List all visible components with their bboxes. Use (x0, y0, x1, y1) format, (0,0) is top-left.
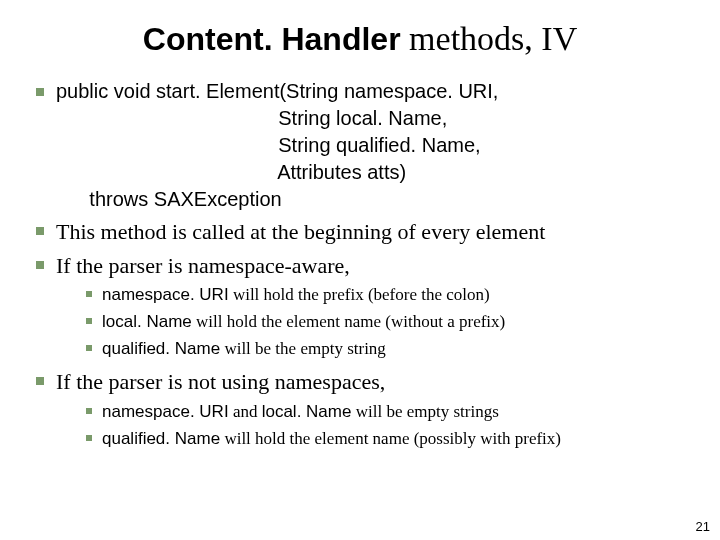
text-span: will be the empty string (220, 339, 386, 358)
list-item: namespace. URI and local. Name will be e… (86, 401, 690, 424)
bullet-list: If the parser is not using namespaces, (30, 367, 690, 397)
bullet-icon (86, 408, 92, 414)
bullet-icon (36, 227, 44, 235)
bullet-icon (36, 377, 44, 385)
code-span: local. Name (262, 402, 352, 421)
bullet-icon (36, 261, 44, 269)
list-item: If the parser is namespace-aware, (36, 251, 690, 281)
page-number: 21 (696, 519, 710, 534)
bullet-text: namespace. URI will hold the prefix (bef… (102, 284, 690, 307)
bullet-text: If the parser is not using namespaces, (56, 367, 690, 397)
code-span: namespace. URI (102, 402, 229, 421)
code-line: public void start. Element(String namesp… (56, 78, 690, 105)
sub-bullet-list: namespace. URI and local. Name will be e… (30, 401, 690, 451)
bullet-text: This method is called at the beginning o… (56, 217, 690, 247)
bullet-text: If the parser is namespace-aware, (56, 251, 690, 281)
bullet-text: qualified. Name will hold the element na… (102, 428, 690, 451)
list-item: public void start. Element(String namesp… (36, 78, 690, 213)
code-span: qualified. Name (102, 429, 220, 448)
sub-bullet-list: namespace. URI will hold the prefix (bef… (30, 284, 690, 361)
bullet-icon (86, 318, 92, 324)
list-item: local. Name will hold the element name (… (86, 311, 690, 334)
code-signature: public void start. Element(String namesp… (56, 78, 690, 213)
text-span: will hold the element name (possibly wit… (220, 429, 561, 448)
bullet-icon (86, 291, 92, 297)
code-span: namespace. URI (102, 285, 229, 304)
text-span: will be empty strings (351, 402, 498, 421)
title-rest: methods, IV (401, 20, 578, 57)
title-code: Content. Handler (143, 21, 401, 57)
list-item: This method is called at the beginning o… (36, 217, 690, 247)
bullet-text: qualified. Name will be the empty string (102, 338, 690, 361)
list-item: namespace. URI will hold the prefix (bef… (86, 284, 690, 307)
list-item: qualified. Name will be the empty string (86, 338, 690, 361)
code-line: String qualified. Name, (56, 132, 690, 159)
bullet-text: local. Name will hold the element name (… (102, 311, 690, 334)
code-line: String local. Name, (56, 105, 690, 132)
list-item: qualified. Name will hold the element na… (86, 428, 690, 451)
bullet-list: public void start. Element(String namesp… (30, 78, 690, 280)
bullet-icon (36, 88, 44, 96)
list-item: If the parser is not using namespaces, (36, 367, 690, 397)
text-span: will hold the element name (without a pr… (192, 312, 505, 331)
code-line: Attributes atts) (56, 159, 690, 186)
code-line: throws SAXException (56, 186, 690, 213)
code-span: qualified. Name (102, 339, 220, 358)
text-span: will hold the prefix (before the colon) (229, 285, 490, 304)
bullet-text: namespace. URI and local. Name will be e… (102, 401, 690, 424)
bullet-icon (86, 435, 92, 441)
text-span: and (229, 402, 262, 421)
bullet-icon (86, 345, 92, 351)
code-span: local. Name (102, 312, 192, 331)
slide-title: Content. Handler methods, IV (30, 20, 690, 58)
slide: Content. Handler methods, IV public void… (0, 0, 720, 451)
